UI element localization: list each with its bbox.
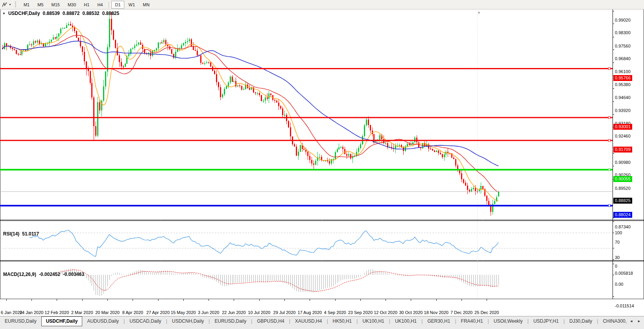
date-tick-label: 7 Dec 2020	[450, 310, 472, 315]
current-price-label: 0.88825	[613, 198, 632, 204]
timeframe-button-m15[interactable]: M15	[48, 1, 63, 9]
price-tick-label: 0.90980	[615, 160, 631, 165]
chart-canvas[interactable]	[0, 0, 644, 307]
macd-value-signal: -0.003463	[63, 272, 84, 277]
timeframe-button-d1[interactable]: D1	[111, 1, 124, 9]
price-tick-label: 0.94640	[615, 95, 631, 100]
price-tick-label: 0.89520	[615, 186, 631, 191]
price-tick-label: 0.92460	[615, 134, 631, 138]
toolbar: ▼ M1M5M15M30H1H4D1W1MN	[0, 0, 644, 9]
chart-tab-usdjpy-h1[interactable]: USDJPY,H1	[529, 316, 563, 326]
tab-scroll-left-icon[interactable]: ◄	[629, 319, 633, 323]
date-tick-label: 8 Apr 2020	[122, 310, 143, 315]
price-tick-label: 0.98300	[615, 30, 631, 35]
macd-tick-label: 0.005818	[615, 271, 633, 276]
date-tick-label: 27 Apr 2020	[146, 310, 170, 315]
title-dropdown-icon: ▼	[2, 12, 6, 15]
rsi-name: RSI(14)	[3, 231, 19, 237]
mt4-window: { "toolbar": { "timeframes": [ {"label":…	[0, 0, 644, 329]
timeframe-button-w1[interactable]: W1	[125, 1, 139, 9]
rsi-label: RSI(14) 51.0117	[3, 231, 39, 237]
rsi-value: 51.0117	[22, 231, 39, 237]
date-tick-label: 23 Sep 2020	[348, 310, 373, 315]
rsi-tick-label: 0	[615, 264, 617, 268]
date-tick-label: 12 Feb 2020	[45, 310, 69, 315]
tab-scroll-buttons: ◄ ►	[626, 316, 644, 326]
hline-price-label[interactable]: 0.93001	[613, 124, 632, 130]
date-tick-label: 17 Aug 2020	[297, 310, 322, 315]
tab-scroll-right-icon[interactable]: ►	[637, 319, 641, 323]
price-tick-label: 0.95380	[615, 82, 631, 87]
date-tick-label: 6 Jan 2020	[1, 310, 22, 315]
chart-tools-icon[interactable]	[1, 1, 8, 8]
hline-price-label[interactable]: 0.95766	[613, 75, 632, 81]
price-tick-label: 0.96840	[615, 56, 631, 61]
title-low: 0.88532	[82, 11, 99, 16]
price-tick-label: 0.93920	[615, 108, 631, 113]
price-tick-label: 0.87340	[615, 224, 631, 229]
chart-shift-marker-icon[interactable]: ▲	[477, 10, 481, 14]
date-tick-label: 2 Mar 2020	[71, 310, 93, 315]
date-tick-label: 3 Jun 2020	[198, 310, 219, 315]
chart-tab-audusd-daily[interactable]: AUDUSD,Daily	[82, 316, 124, 326]
rsi-tick-label: 30	[615, 255, 620, 260]
macd-label: MACD(12,26,9) -0.002452 -0.003463	[3, 272, 84, 277]
hline-price-label[interactable]: 0.91709	[613, 147, 632, 153]
timeframe-button-m5[interactable]: M5	[34, 1, 47, 9]
macd-value-main: -0.002452	[39, 272, 60, 277]
title-open: 0.88539	[43, 11, 60, 16]
rsi-tick-label: 100	[615, 230, 622, 235]
toolbar-grip	[15, 2, 16, 7]
rsi-tick-label: 70	[615, 240, 620, 244]
chart-tab-eurusd-daily[interactable]: EURUSD,Daily	[0, 316, 41, 326]
date-tick-label: 25 Dec 2020	[474, 310, 499, 315]
chart-tools-caret-icon[interactable]: ▼	[9, 3, 11, 6]
chart-tab-hk50-h1[interactable]: HK50,H1	[328, 316, 357, 326]
chart-tab-uk100-h1[interactable]: UK100,H1	[390, 316, 421, 326]
chart-tab-usoil-weekly[interactable]: USOil,Weekly	[489, 316, 528, 326]
chart-tab-fra40-h1[interactable]: FRA40,H1	[456, 316, 488, 326]
date-tick-label: 18 Nov 2020	[424, 310, 448, 315]
chart-tab-bar: EURUSD,DailyUSDCHF,DailyAUDUSD,Daily|USD…	[0, 316, 644, 329]
date-tick-label: 10 Jul 2020	[248, 310, 270, 315]
title-high: 0.88872	[63, 11, 79, 16]
price-tick-label: 0.97560	[615, 44, 631, 48]
macd-tick-label: -0.011514	[615, 303, 634, 308]
title-symbol: USDCHF,Daily	[8, 11, 40, 16]
chart-tab-usdcnh-daily[interactable]: USDCNH,Daily	[167, 316, 209, 326]
date-tick-label: 30 Oct 2020	[399, 310, 423, 315]
hline-price-label[interactable]: 0.90055	[613, 176, 632, 182]
date-tick-label: 4 Sep 2020	[324, 310, 346, 315]
chart-tab-uk100-h1[interactable]: UK100,H1	[358, 316, 389, 326]
toolbar-divider	[109, 2, 109, 8]
timeframe-button-mn[interactable]: MN	[139, 1, 153, 9]
chart-tab-xauusd-h4[interactable]: XAUUSD,H4	[290, 316, 327, 326]
chart-tab-gbpusd-h4[interactable]: GBPUSD,H4	[252, 316, 289, 326]
chart-title: ▼ USDCHF,Daily 0.88539 0.88872 0.88532 0…	[2, 11, 119, 16]
timeframe-button-h4[interactable]: H4	[94, 1, 106, 9]
date-tick-label: 24 Jan 2020	[20, 310, 44, 315]
title-close: 0.88825	[102, 11, 119, 16]
chart-tab-dj30-daily[interactable]: DJ30,Daily	[565, 316, 597, 326]
timeframe-button-m1[interactable]: M1	[20, 1, 33, 9]
price-tick-label: 0.96100	[615, 69, 631, 74]
chart-tab-usdcad-daily[interactable]: USDCAD,Daily	[125, 316, 166, 326]
price-tick-label: 0.99020	[615, 18, 631, 22]
chart-tab-ger30-h1[interactable]: GER30,H1	[423, 316, 455, 326]
date-tick-label: 29 Jul 2020	[273, 310, 296, 315]
macd-tick-label: 0.00	[615, 282, 623, 287]
timeframe-buttons: M1M5M15M30H1H4D1W1MN	[20, 1, 153, 9]
chart-tab-usdchf-daily[interactable]: USDCHF,Daily	[41, 316, 83, 326]
timeframe-button-m30[interactable]: M30	[64, 1, 79, 9]
macd-name: MACD(12,26,9)	[3, 272, 36, 277]
timeframe-button-h1[interactable]: H1	[80, 1, 93, 9]
hline-price-label[interactable]: 0.88024	[613, 212, 632, 218]
date-tick-label: 15 May 2020	[171, 310, 196, 315]
date-tick-label: 22 Jun 2020	[222, 310, 246, 315]
chart-tab-eurusd-daily[interactable]: EURUSD,Daily	[210, 316, 251, 326]
date-tick-label: 20 Mar 2020	[95, 310, 120, 315]
date-tick-label: 12 Oct 2020	[374, 310, 397, 315]
